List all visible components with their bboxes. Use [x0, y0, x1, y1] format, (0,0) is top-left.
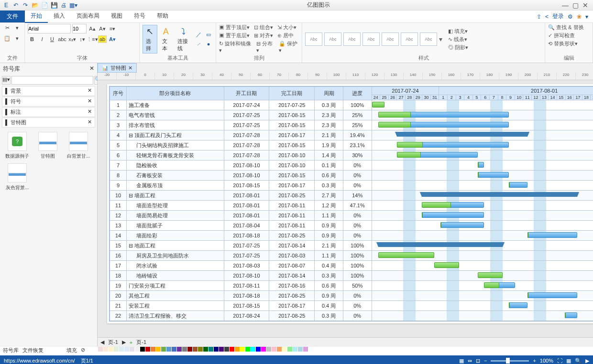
fit-width-icon[interactable]: ⇔ — [468, 358, 472, 364]
menu-tab-0[interactable]: 开始 — [25, 10, 48, 23]
gantt-row[interactable]: 19门安装分项工程2017-08-112017-08-160.6 周50% — [110, 281, 593, 291]
line-icon[interactable]: ／ — [194, 31, 203, 39]
gantt-row[interactable]: 10⊟ 墙面工程2017-08-012017-08-252.7 周14% — [110, 191, 593, 201]
menu-tab-5[interactable]: 帮助 — [151, 10, 174, 23]
color-swatch[interactable] — [293, 347, 297, 352]
color-swatch[interactable] — [261, 347, 266, 352]
undo-icon[interactable]: ↶ — [11, 1, 20, 10]
page-next-icon[interactable]: ▶ — [122, 339, 126, 345]
gantt-row[interactable]: 8石膏板安装2017-08-102017-08-150.6 周0% — [110, 171, 593, 181]
text-tool[interactable]: A文本 — [159, 26, 173, 53]
bottom-tab-library[interactable]: 符号库 — [3, 347, 19, 355]
login-link[interactable]: 登录 — [552, 12, 564, 21]
print-icon[interactable]: 🖨 — [59, 1, 68, 10]
replace-shape-btn[interactable]: ⟲ 替换形状▾ — [548, 40, 578, 47]
bring-front[interactable]: ▣ 置于顶层▾ — [219, 24, 250, 31]
grid-icon[interactable]: ▦ — [566, 358, 571, 364]
page-tab[interactable]: 页-1 — [136, 339, 146, 346]
color-swatch[interactable] — [93, 347, 98, 352]
redo-icon[interactable]: ↷ — [21, 1, 30, 10]
close-icon[interactable]: ✕ — [582, 1, 588, 9]
find-btn[interactable]: 🔍 查找 & 替换 — [548, 24, 584, 31]
color-swatch[interactable] — [119, 347, 124, 352]
color-swatch[interactable] — [272, 347, 276, 352]
search-status-icon[interactable]: 🔍 — [575, 358, 582, 364]
color-swatch[interactable] — [235, 347, 240, 352]
style-preset[interactable]: Abc — [324, 32, 341, 46]
size-btn[interactable]: ⇲ 大小▾ — [277, 24, 296, 31]
italic-icon[interactable]: I — [38, 35, 46, 43]
gantt-row[interactable]: 20其他工程2017-08-182017-08-250.9 周0% — [110, 291, 593, 301]
file-tab[interactable]: 文件 — [0, 11, 25, 22]
copy-icon[interactable]: 📋 — [3, 34, 11, 42]
sub-icon[interactable]: x₂▾ — [68, 35, 77, 43]
color-swatch[interactable] — [245, 347, 250, 352]
color-swatch[interactable] — [140, 347, 145, 352]
color-swatch[interactable] — [303, 347, 308, 352]
canvas-page[interactable]: 序号部分项目名称开工日期完工日期周期进度2017-07-242017-08-01… — [107, 84, 593, 323]
gantt-row[interactable]: 4⊟ 顶面工程及门头工程2017-07-282017-08-172.1 周19.… — [110, 130, 593, 140]
color-swatch[interactable] — [219, 347, 224, 352]
cut-icon[interactable]: ✂ — [3, 24, 11, 32]
color-swatch[interactable] — [103, 347, 108, 352]
align-btn[interactable]: ⊞ 对齐▾ — [254, 32, 273, 39]
color-swatch[interactable] — [151, 347, 155, 352]
gantt-row[interactable]: 17闭水试验2017-08-032017-08-070.4 周100% — [110, 261, 593, 271]
gantt-row[interactable]: 22清洁卫生工程报验、移交2017-08-242017-08-250.3 周0% — [110, 311, 593, 321]
rotate-btn[interactable]: ↻ 旋转和镜像▾ — [219, 40, 252, 54]
style-gallery[interactable]: Abc Abc Abc Abc Abc Abc Abc — [305, 32, 437, 46]
style-preset[interactable]: Abc — [343, 32, 361, 46]
rect-icon[interactable]: ▭ — [204, 31, 213, 39]
gantt-row[interactable]: 15⊟ 地面工程2017-07-252017-08-142.1 周100% — [110, 241, 593, 251]
share-icon[interactable]: ⇪ — [537, 13, 541, 20]
distribute-btn[interactable]: ⊟ 分布▾ — [256, 40, 275, 54]
spell-btn[interactable]: ✓ 拼写检查 — [548, 32, 575, 39]
color-swatch[interactable] — [114, 347, 119, 352]
page-dropdown[interactable]: 页-1 — [108, 339, 118, 346]
collapse-ribbon-icon[interactable]: ▾ — [585, 13, 588, 20]
color-swatch[interactable] — [124, 347, 129, 352]
color-swatch[interactable] — [130, 347, 134, 352]
maximize-icon[interactable]: ▢ — [572, 1, 579, 9]
color-swatch[interactable] — [193, 347, 198, 352]
line-btn[interactable]: ∿ 线条▾ — [448, 36, 468, 43]
color-swatch[interactable] — [287, 347, 292, 352]
send-back[interactable]: ▣ 置于底层▾ — [219, 32, 250, 39]
color-swatch[interactable] — [145, 347, 150, 352]
gantt-row[interactable]: 1施工准备2017-07-242017-07-250.3 周100% — [110, 100, 593, 110]
color-swatch[interactable] — [166, 347, 171, 352]
connect-icon[interactable]: < — [545, 13, 549, 20]
presentation-icon[interactable]: ▶ — [585, 358, 589, 364]
color-swatch[interactable] — [277, 347, 282, 352]
color-swatch[interactable] — [251, 347, 255, 352]
select-tool[interactable]: ↖选择 — [143, 25, 157, 54]
color-swatch[interactable] — [187, 347, 192, 352]
color-swatch[interactable] — [198, 347, 203, 352]
color-swatch[interactable] — [240, 347, 245, 352]
color-swatch[interactable] — [256, 347, 261, 352]
gantt-chart[interactable]: 序号部分项目名称开工日期完工日期周期进度2017-07-242017-08-01… — [109, 86, 593, 321]
lib-icon[interactable]: ▤▾ — [2, 76, 11, 85]
menu-tab-1[interactable]: 插入 — [48, 10, 71, 23]
shrink-font-icon[interactable]: A▾ — [98, 25, 107, 32]
color-swatch[interactable] — [230, 347, 234, 352]
library-search-input[interactable] — [11, 76, 93, 85]
save-icon[interactable]: 💾 — [50, 1, 58, 10]
library-thumb[interactable]: ▬▬白背景甘... — [65, 132, 92, 160]
no-fill-icon[interactable]: ⊘ — [81, 347, 85, 355]
group-btn[interactable]: ⊡ 组合▾ — [254, 24, 273, 31]
format-painter-icon[interactable]: ▾ — [13, 24, 22, 32]
color-swatch[interactable] — [161, 347, 166, 352]
oval-icon[interactable]: ● — [204, 40, 213, 48]
library-thumb[interactable]: ▬▬甘特图 — [34, 132, 61, 160]
gantt-row[interactable]: 9金属板吊顶2017-08-152017-08-170.3 周0% — [110, 181, 593, 191]
settings-icon[interactable]: ⚙ — [568, 13, 573, 20]
view-mode-icon[interactable]: ▦ — [459, 358, 464, 364]
style-preset[interactable]: Abc — [305, 32, 322, 46]
fill-btn[interactable]: ◧ 填充▾ — [448, 28, 468, 35]
align-group-icon[interactable]: ≡▾ — [108, 25, 117, 32]
gantt-row[interactable]: 6轻钢龙骨石膏板龙骨安装2017-07-282017-08-101.4 周30% — [110, 150, 593, 161]
font-family-select[interactable] — [28, 24, 71, 33]
color-swatch[interactable] — [282, 347, 287, 352]
gallery-more-icon[interactable]: ▾ — [439, 35, 442, 43]
